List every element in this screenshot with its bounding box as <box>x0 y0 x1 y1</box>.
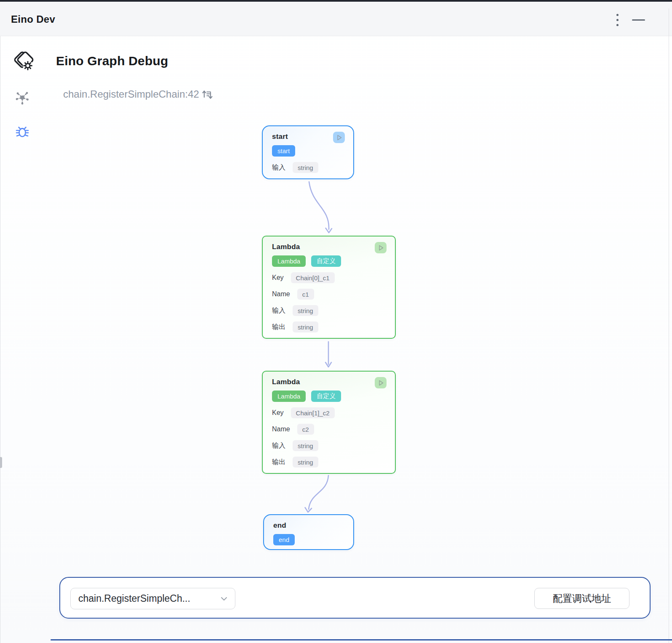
edge-arrowhead <box>325 362 331 367</box>
edge-lambda2-end <box>309 476 328 509</box>
type-badge: string <box>293 322 318 332</box>
node-input-row: 输入 string <box>272 440 387 451</box>
node-type-tag: end <box>273 534 295 545</box>
type-badge: string <box>293 162 318 173</box>
graph-icon[interactable] <box>15 90 29 105</box>
breadcrumb: chain.RegisterSimpleChain:42 <box>63 88 199 100</box>
node-title: Lambda <box>272 378 300 386</box>
node-name-row: Name c1 <box>272 289 387 300</box>
node-name-row: Name c2 <box>272 424 387 435</box>
window-left-edge <box>0 36 0 643</box>
graph-node-end[interactable]: end end <box>263 514 354 550</box>
node-output-row: 输出 string <box>272 457 387 468</box>
bug-icon[interactable] <box>15 124 30 139</box>
window-titlebar: Eino Dev <box>0 2 672 36</box>
graph-node-start[interactable]: start start 输入 string <box>262 125 354 179</box>
name-badge: c2 <box>297 424 314 435</box>
play-icon <box>376 378 385 388</box>
chevron-down-icon <box>221 597 227 601</box>
type-badge: string <box>293 440 318 451</box>
play-icon <box>376 243 385 252</box>
eino-dev-window: Eino Dev Eino Graph Debug <box>0 0 672 643</box>
edge-start-lambda1 <box>309 182 329 229</box>
panel-collapse-handle[interactable] <box>0 457 2 468</box>
sort-icon[interactable] <box>201 89 213 100</box>
chain-select-dropdown[interactable]: chain.RegisterSimpleCh... <box>70 588 235 609</box>
type-badge: string <box>293 305 318 316</box>
node-io-row: 输入 string <box>272 162 345 173</box>
node-key-row: Key Chain[0]_c1 <box>272 272 387 283</box>
node-type-tag: Lambda <box>272 255 306 267</box>
run-node-button[interactable] <box>375 377 387 388</box>
node-custom-tag: 自定义 <box>311 255 341 267</box>
edge-arrowhead <box>305 507 312 512</box>
node-key-row: Key Chain[1]_c2 <box>272 407 387 418</box>
lower-panel-top-border <box>51 639 672 640</box>
key-badge: Chain[1]_c2 <box>291 407 335 418</box>
run-node-button[interactable] <box>375 242 387 253</box>
configure-debug-address-button[interactable]: 配置调试地址 <box>534 588 629 609</box>
node-type-tag: start <box>272 145 295 157</box>
key-badge: Chain[0]_c1 <box>291 272 335 283</box>
graph-node-lambda-c1[interactable]: Lambda Lambda 自定义 Key Chain[0]_c1 Name c… <box>262 236 396 339</box>
eino-logo-icon <box>11 48 37 74</box>
window-right-edge <box>669 8 669 643</box>
run-node-button[interactable] <box>333 132 345 143</box>
minimize-icon[interactable] <box>632 19 645 21</box>
debug-footer-bar: chain.RegisterSimpleCh... 配置调试地址 <box>59 577 651 619</box>
node-input-row: 输入 string <box>272 305 387 316</box>
node-title: start <box>272 133 288 141</box>
kebab-menu-icon[interactable] <box>614 13 621 27</box>
name-badge: c1 <box>297 289 314 300</box>
type-badge: string <box>293 457 318 468</box>
node-title: Lambda <box>272 243 300 251</box>
graph-node-lambda-c2[interactable]: Lambda Lambda 自定义 Key Chain[1]_c2 Name c… <box>262 371 396 474</box>
play-icon <box>334 133 344 142</box>
edge-arrowhead <box>326 228 332 233</box>
page-title: Eino Graph Debug <box>56 54 168 68</box>
window-title: Eino Dev <box>11 13 55 25</box>
node-custom-tag: 自定义 <box>311 391 341 402</box>
node-output-row: 输出 string <box>272 322 387 332</box>
node-type-tag: Lambda <box>272 391 306 402</box>
node-title: end <box>273 521 286 529</box>
chain-select-value: chain.RegisterSimpleCh... <box>78 593 221 604</box>
